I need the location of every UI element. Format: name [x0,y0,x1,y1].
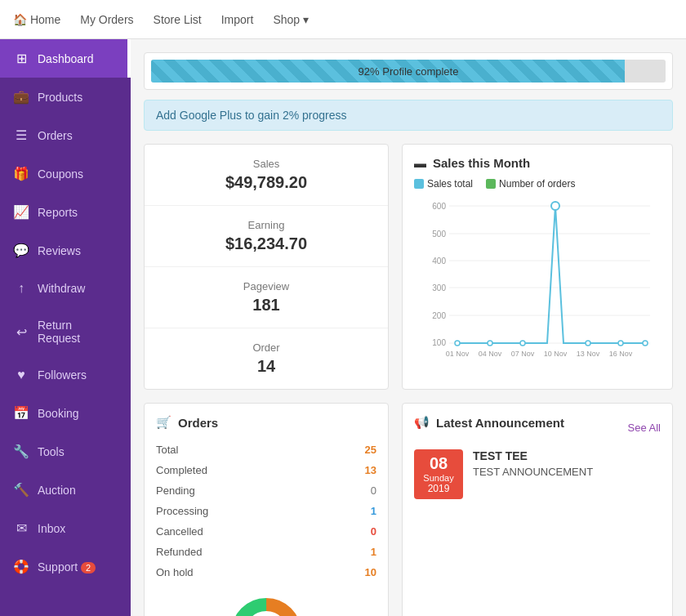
store-list-link[interactable]: Store List [154,13,202,26]
svg-text:04 Nov: 04 Nov [479,350,502,358]
sidebar-item-label: Reports [38,206,118,219]
chart-title: ▬ Sales this Month [414,156,661,170]
announcement-title: 📢 Latest Announcement [414,415,564,430]
order-row-processing: Processing 1 [156,501,376,521]
order-label-completed: Completed [156,464,207,476]
stat-order: Order 14 [145,328,388,389]
home-link[interactable]: 🏠 Home [13,13,60,26]
reports-icon: 📈 [13,204,29,220]
svg-text:01 Nov: 01 Nov [446,350,470,358]
stat-sales: Sales $49,789.20 [145,145,388,206]
products-icon: 💼 [13,89,29,105]
dashboard-icon: ⊞ [13,51,29,66]
orders-panel-title: 🛒 Orders [156,415,376,430]
order-label: Order [161,341,372,354]
sidebar-item-coupons[interactable]: 🎁 Coupons [0,154,131,193]
chart-icon: ▬ [414,156,426,170]
svg-point-20 [488,341,492,346]
reviews-icon: 💬 [13,243,29,258]
sidebar-item-products[interactable]: 💼 Products [0,78,131,116]
sidebar-item-orders[interactable]: ☰ Orders [0,116,131,154]
sidebar-item-label: Reviews [38,244,118,257]
auction-icon: 🔨 [13,482,29,498]
pageview-label: Pageview [161,280,372,292]
sidebar-item-reports[interactable]: 📈 Reports [0,193,131,231]
orders-panel: 🛒 Orders Total 25 Completed 13 Pending 0… [144,403,389,616]
chart-svg: 600 500 400 300 200 100 [414,196,661,359]
announcement-date: 08 Sunday 2019 [414,449,463,499]
progress-bar-wrap: 92% Profile complete [151,60,666,83]
sidebar-item-tools[interactable]: 🔧 Tools [0,432,131,471]
stats-chart-row: Sales $49,789.20 Earning $16,234.70 Page… [144,144,673,390]
legend-dot-orders [486,179,496,189]
sidebar-item-withdraw[interactable]: ↑ Withdraw [0,270,131,307]
support-icon: 🛟 [13,559,29,574]
booking-icon: 📅 [13,405,29,421]
svg-text:100: 100 [432,338,446,347]
svg-text:600: 600 [432,202,446,211]
sidebar-item-label: Inbox [38,522,118,535]
sidebar-item-inbox[interactable]: ✉ Inbox [0,509,131,547]
legend-orders: Number of orders [486,178,575,190]
order-label-refunded: Refunded [156,546,202,558]
sales-value: $49,789.20 [161,173,372,192]
donut-chart [225,592,307,616]
svg-point-21 [520,341,525,346]
banner-text: Add Google Plus to gain 2% progress [156,109,346,122]
legend-sales-total: Sales total [414,178,473,190]
order-val-processing: 1 [371,505,376,517]
order-val-total: 25 [365,444,376,456]
see-all-link[interactable]: See All [628,422,661,434]
announcement-title-text: Latest Announcement [436,416,564,430]
order-val-onhold: 10 [365,566,376,578]
donut-container [156,592,376,616]
legend-label-sales: Sales total [427,178,473,190]
sidebar-item-auction[interactable]: 🔨 Auction [0,471,131,509]
pageview-value: 181 [161,296,372,315]
order-row-refunded: Refunded 1 [156,542,376,562]
order-row-total: Total 25 [156,440,376,460]
svg-text:16 Nov: 16 Nov [609,350,633,358]
sidebar-item-support[interactable]: 🛟 Support 2 [0,547,131,586]
sidebar-item-label: Coupons [38,167,118,181]
sidebar-item-dashboard[interactable]: ⊞ Dashboard [0,39,131,78]
earning-label: Earning [161,219,372,231]
sidebar-item-label: Return Request [38,319,118,345]
sidebar-item-reviews[interactable]: 💬 Reviews [0,231,131,270]
earning-value: $16,234.70 [161,234,372,253]
order-label-pending: Pending [156,484,195,497]
shop-link[interactable]: Shop ▾ [273,13,309,26]
return-request-icon: ↩ [13,324,29,340]
followers-icon: ♥ [13,368,29,382]
legend-label-orders: Number of orders [499,178,575,190]
sidebar-item-label: Withdraw [38,282,118,295]
order-row-cancelled: Cancelled 0 [156,521,376,542]
announcement-weekday: Sunday [422,473,455,483]
order-label-onhold: On hold [156,566,194,578]
order-value: 14 [161,357,372,376]
announcement-item-title: TEST TEE [473,449,593,462]
tools-icon: 🔧 [13,444,29,459]
sidebar-item-booking[interactable]: 📅 Booking [0,394,131,432]
svg-text:10 Nov: 10 Nov [544,350,568,358]
svg-text:200: 200 [432,311,446,320]
announcement-icon: 📢 [414,415,430,430]
top-nav: 🏠 Home My Orders Store List Import Shop … [0,0,686,39]
sidebar-item-label: Support 2 [38,560,118,574]
sidebar-item-label: Tools [38,445,118,458]
sidebar-item-return-request[interactable]: ↩ Return Request [0,307,131,356]
sidebar-item-followers[interactable]: ♥ Followers [0,356,131,394]
svg-text:400: 400 [432,257,446,266]
import-link[interactable]: Import [221,13,254,26]
announcement-panel: 📢 Latest Announcement See All 08 Sunday … [402,403,673,616]
order-row-completed: Completed 13 [156,460,376,480]
order-val-cancelled: 0 [371,525,376,538]
sidebar-item-label: Auction [38,484,118,497]
announcement-header: 📢 Latest Announcement See All [414,415,661,440]
my-orders-link[interactable]: My Orders [80,13,133,26]
announcement-item-body: TEST ANNOUNCEMENT [473,466,593,478]
orders-cart-icon: 🛒 [156,415,172,430]
announcement-text: TEST TEE TEST ANNOUNCEMENT [473,449,593,478]
sales-label: Sales [161,158,372,170]
stat-earning: Earning $16,234.70 [145,206,388,267]
